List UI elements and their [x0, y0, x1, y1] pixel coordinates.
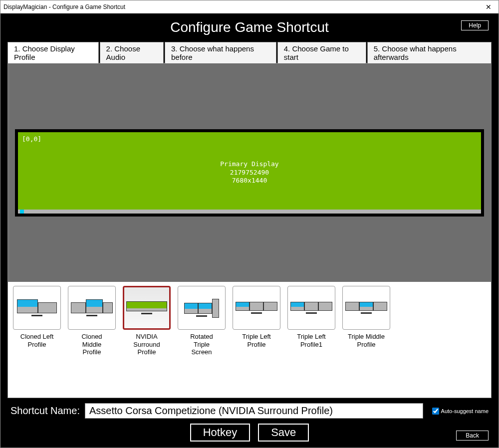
back-button[interactable]: Back — [456, 431, 489, 441]
profile-thumb — [233, 286, 280, 330]
monitor-frame: [0,0] Primary Display 2179752490 7680x14… — [15, 129, 484, 217]
monitor-id: 2179752490 — [230, 169, 269, 177]
profile-label: Triple Left Profile — [242, 333, 270, 348]
monitor-coord: [0,0] — [22, 135, 41, 144]
monitor-resolution: 7680x1440 — [232, 177, 267, 185]
auto-suggest-row[interactable]: Auto-suggest name — [432, 408, 489, 415]
titlebar: DisplayMagician - Configure a Game Short… — [0, 0, 499, 13]
tab-body: [0,0] Primary Display 2179752490 7680x14… — [7, 63, 492, 398]
button-row: Hotkey Save Back — [10, 424, 489, 442]
monitor-taskbar — [18, 210, 481, 214]
shortcut-name-label: Shortcut Name: — [10, 405, 80, 417]
profile-label: Triple Middle Profile — [348, 333, 385, 348]
monitor-name: Primary Display — [220, 160, 278, 169]
profile-thumb — [342, 286, 390, 330]
shortcut-name-row: Shortcut Name: Auto-suggest name — [10, 403, 489, 419]
profile-label: NVIDIA Surround Profile — [133, 333, 160, 356]
profile-thumb — [178, 286, 226, 330]
page-title: Configure Game Shortcut — [170, 19, 329, 35]
profile-item-cloned-middle[interactable]: Cloned Middle Profile — [67, 286, 117, 356]
profile-label: Cloned Left Profile — [20, 333, 54, 348]
profile-thumb — [123, 286, 171, 330]
profile-label: Cloned Middle Profile — [81, 333, 102, 356]
window-title: DisplayMagician - Configure a Game Short… — [3, 3, 125, 10]
tab-0[interactable]: 1. Choose Display Profile — [7, 42, 99, 63]
window-frame: DisplayMagician - Configure a Game Short… — [0, 0, 499, 448]
profile-label: Triple Left Profile1 — [297, 333, 325, 348]
tab-strip: 1. Choose Display Profile2. Choose Audio… — [0, 41, 499, 63]
tab-1[interactable]: 2. Choose Audio — [100, 42, 164, 63]
taskbar-start-icon — [20, 210, 24, 214]
auto-suggest-label: Auto-suggest name — [441, 408, 489, 414]
header-row: Configure Game Shortcut Help — [0, 13, 499, 41]
profile-item-nvidia[interactable]: NVIDIA Surround Profile — [122, 286, 172, 356]
hotkey-button[interactable]: Hotkey — [190, 424, 250, 442]
display-preview-area: [0,0] Primary Display 2179752490 7680x14… — [8, 63, 491, 282]
profile-item-cloned-left[interactable]: Cloned Left Profile — [12, 286, 62, 348]
profile-strip: Cloned Left ProfileCloned Middle Profile… — [8, 282, 491, 398]
monitor-screen: [0,0] Primary Display 2179752490 7680x14… — [18, 132, 481, 214]
profile-item-triple-left1[interactable]: Triple Left Profile1 — [286, 286, 336, 348]
profile-item-rotated[interactable]: Rotated Triple Screen — [177, 286, 227, 356]
profile-item-triple-left[interactable]: Triple Left Profile — [232, 286, 281, 348]
close-icon[interactable]: ✕ — [482, 2, 496, 12]
profile-thumb — [68, 286, 116, 330]
help-button[interactable]: Help — [461, 20, 489, 30]
auto-suggest-checkbox[interactable] — [432, 408, 439, 415]
save-button[interactable]: Save — [258, 424, 309, 442]
profile-item-triple-middle[interactable]: Triple Middle Profile — [341, 286, 391, 348]
shortcut-name-input[interactable] — [85, 403, 423, 419]
profile-thumb — [287, 286, 335, 330]
bottom-bar: Shortcut Name: Auto-suggest name Hotkey … — [0, 398, 499, 448]
profile-label: Rotated Triple Screen — [190, 333, 213, 356]
profile-thumb — [13, 286, 61, 330]
tab-4[interactable]: 5. Choose what happens afterwards — [367, 42, 492, 63]
tab-3[interactable]: 4. Choose Game to start — [277, 42, 366, 63]
tab-2[interactable]: 3. Choose what happens before — [165, 42, 276, 63]
client-area: Configure Game Shortcut Help 1. Choose D… — [0, 13, 499, 448]
